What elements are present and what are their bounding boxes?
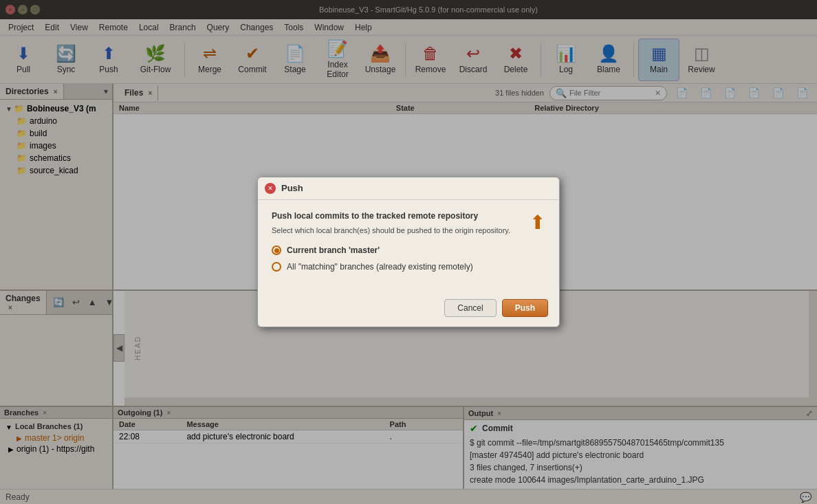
modal-desc-title: Push local commits to the tracked remote… (272, 211, 524, 221)
modal-body: Push local commits to the tracked remote… (258, 200, 559, 294)
push-confirm-button[interactable]: Push (502, 299, 548, 317)
modal-close-button[interactable]: × (265, 183, 276, 194)
push-dialog: × Push Push local commits to the tracked… (257, 177, 560, 328)
modal-overlay: × Push Push local commits to the tracked… (0, 0, 817, 504)
radio-matching-circle[interactable] (272, 262, 281, 272)
radio-current-branch[interactable]: Current branch 'master' (272, 245, 545, 255)
radio-current-circle[interactable] (272, 245, 281, 255)
cancel-button[interactable]: Cancel (444, 299, 496, 317)
radio-current-label: Current branch 'master' (287, 245, 380, 255)
modal-titlebar: × Push (258, 177, 559, 200)
modal-description-row: Push local commits to the tracked remote… (272, 211, 545, 246)
modal-desc: Select which local branch(es) should be … (272, 225, 524, 237)
push-upload-icon: ⬆ (530, 211, 545, 234)
radio-group: Current branch 'master' All "matching" b… (272, 245, 545, 272)
radio-matching-branches[interactable]: All "matching" branches (already existin… (272, 262, 545, 272)
modal-footer: Cancel Push (258, 294, 559, 327)
radio-matching-label: All "matching" branches (already existin… (287, 262, 473, 272)
modal-title: Push (281, 183, 303, 193)
